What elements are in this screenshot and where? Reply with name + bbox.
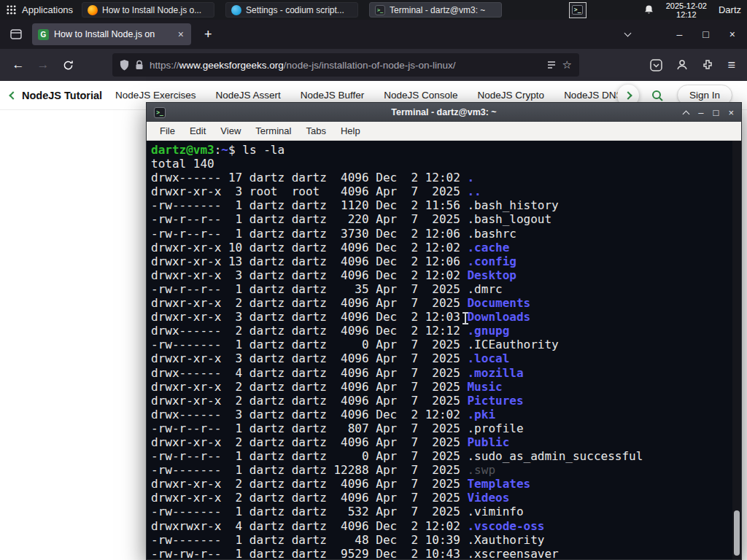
ls-meta: -rw-r--r-- 1 dartz dartz 35 Apr 7 2025 [151,282,467,296]
ls-meta: -rw------- 1 dartz dartz 0 Apr 7 2025 [151,338,467,351]
firefox-view-button[interactable] [6,25,26,44]
terminal-minimize-button[interactable]: – [698,107,703,118]
terminal-menu-file[interactable]: File [152,125,182,136]
ls-row: drwx------ 17 dartz dartz 4096 Dec 2 12:… [151,171,741,184]
clock[interactable]: 2025-12-02 12:12 [666,1,707,19]
applications-label: Applications [22,4,73,15]
window-button-codium[interactable]: Settings - codium script... [225,2,358,18]
ls-row: drwxr-xr-x 3 dartz dartz 4096 Apr 7 2025… [151,351,741,365]
window-close-button[interactable]: × [729,28,735,40]
terminal-scrollbar-thumb[interactable] [734,510,740,556]
padlock-icon[interactable] [135,60,144,71]
window-minimize-button[interactable]: – [677,28,683,40]
ls-name: .bashrc [467,227,516,241]
ls-name: .. [467,184,481,198]
site-nav-link[interactable]: NodeJS Console [384,90,457,101]
url-bar[interactable]: https://www.geeksforgeeks.org/node-js/in… [112,53,579,77]
terminal-scrollbar[interactable] [732,141,741,559]
ls-meta: drwxr-xr-x 2 dartz dartz 4096 Apr 7 2025 [151,491,467,505]
site-nav-title[interactable]: NodeJS Tutorial [22,90,102,101]
window-button-terminal[interactable]: >_Terminal - dartz@vm3: ~ [369,2,502,18]
terminal-menu-edit[interactable]: Edit [182,125,213,136]
total-line: total 140 [151,157,741,171]
tray-terminal-icon[interactable]: >_ [569,2,587,18]
tab-title: How to Install Node.js on [54,29,171,39]
url-path: /node-js/installation-of-node-js-on-linu… [284,60,456,71]
back-button[interactable]: ← [7,54,29,76]
ls-meta: drwxr-xr-x 10 dartz dartz 4096 Dec 2 12:… [151,241,467,254]
ls-meta: drwxr-xr-x 13 dartz dartz 4096 Dec 2 12:… [151,254,467,268]
ls-name: .ICEauthority [467,338,558,351]
ls-row: drwxrwxr-x 4 dartz dartz 4096 Dec 2 12:0… [151,519,741,533]
terminal-titlebar[interactable]: >_ Terminal - dartz@vm3: ~ – □ × [147,103,741,122]
ls-row: -rw------- 1 dartz dartz 0 Apr 7 2025 .I… [151,338,741,351]
window-maximize-button[interactable]: □ [703,28,708,40]
ls-meta: -rw-r--r-- 1 dartz dartz 3730 Dec 2 12:0… [151,227,467,241]
notification-bell-icon[interactable] [643,4,654,15]
window-button-label: Settings - codium script... [246,5,344,15]
window-button-firefox[interactable]: How to Install Node.js o... [82,2,214,18]
window-button-list: How to Install Node.js o...Settings - co… [82,0,513,20]
applications-menu-button[interactable]: Applications [0,0,82,20]
browser-tab[interactable]: G How to Install Node.js on × [32,23,191,45]
top-panel: Applications How to Install Node.js o...… [0,0,747,20]
clock-time: 12:12 [666,10,707,19]
tracking-protection-shield-icon[interactable] [120,60,129,71]
terminal-menu-help[interactable]: Help [333,125,368,136]
terminal-menu-view[interactable]: View [213,125,248,136]
prompt-command: ls -la [236,143,285,157]
site-nav-link[interactable]: NodeJS Exercises [115,90,196,101]
site-search-button[interactable] [651,89,664,102]
ls-row: drwx------ 2 dartz dartz 4096 Dec 2 12:1… [151,324,741,338]
ls-meta: drwxr-xr-x 2 dartz dartz 4096 Apr 7 2025 [151,296,467,310]
ls-row: -rw-r--r-- 1 dartz dartz 220 Apr 7 2025 … [151,212,741,226]
ls-row: drwxr-xr-x 2 dartz dartz 4096 Apr 7 2025… [151,477,741,491]
reader-mode-icon[interactable] [546,60,557,70]
terminal-maximize-button[interactable]: □ [713,107,719,118]
ls-meta: drwx------ 4 dartz dartz 4096 Apr 7 2025 [151,366,467,380]
site-nav-link[interactable]: NodeJS Assert [215,90,280,101]
ls-name: Videos [467,491,509,505]
list-all-tabs-icon[interactable] [624,30,631,37]
ls-meta: -rw-r--r-- 1 dartz dartz 807 Apr 7 2025 [151,421,467,435]
user-menu[interactable]: Dartz [719,4,741,15]
terminal-title: Terminal - dartz@vm3: ~ [147,107,741,117]
pocket-icon[interactable] [650,59,662,71]
ls-name: Downloads [467,310,530,324]
prompt-symbol: $ [228,143,236,157]
site-nav-forward-chevron-icon [624,91,632,99]
site-nav-back-chevron-icon[interactable] [9,91,17,99]
forward-button[interactable]: → [32,54,54,76]
new-tab-button[interactable]: + [198,27,218,42]
terminal-menu-tabs[interactable]: Tabs [298,125,333,136]
site-nav-link[interactable]: NodeJS Buffer [301,90,365,101]
bookmark-star-icon[interactable]: ☆ [562,58,572,71]
tab-close-icon[interactable]: × [177,28,185,40]
ls-row: drwxr-xr-x 3 dartz dartz 4096 Dec 2 12:0… [151,310,741,324]
terminal-menu-terminal[interactable]: Terminal [248,125,298,136]
ls-row: -rw-r--r-- 1 dartz dartz 807 Apr 7 2025 … [151,421,741,435]
terminal-menubar: FileEditViewTerminalTabsHelp [147,122,741,141]
account-icon[interactable] [676,59,688,71]
ls-output: drwx------ 17 dartz dartz 4096 Dec 2 12:… [151,171,741,559]
site-nav-link[interactable]: NodeJS Crypto [478,90,545,101]
ls-row: drwxr-xr-x 2 dartz dartz 4096 Apr 7 2025… [151,380,741,394]
window-controls: – □ × [625,28,741,40]
ls-row: -rw-r--r-- 1 dartz dartz 0 Apr 7 2025 .s… [151,449,741,463]
toolbar-icons: ≡ [650,58,740,73]
ls-name: Pictures [467,394,523,408]
terminal-output[interactable]: dartz@vm3:~$ ls -la total 140 drwx------… [147,141,741,559]
reload-button[interactable] [57,54,79,76]
site-nav-link[interactable]: NodeJS DNS [564,90,622,101]
ls-name: .mozilla [467,366,523,380]
navigation-toolbar: ← → https://www.geeksforgeeks.org/node-j… [0,49,747,81]
ls-row: drwxr-xr-x 2 dartz dartz 4096 Apr 7 2025… [151,491,741,505]
text-cursor [465,313,466,324]
terminal-close-button[interactable]: × [728,107,734,118]
site-nav-links: NodeJS ExercisesNodeJS AssertNodeJS Buff… [115,90,627,101]
app-menu-icon[interactable]: ≡ [727,58,735,73]
ls-name: .cache [467,241,509,254]
ls-row: drwxr-xr-x 3 dartz dartz 4096 Dec 2 12:0… [151,268,741,282]
terminal-shade-button[interactable] [683,110,690,117]
extensions-icon[interactable] [702,59,713,71]
